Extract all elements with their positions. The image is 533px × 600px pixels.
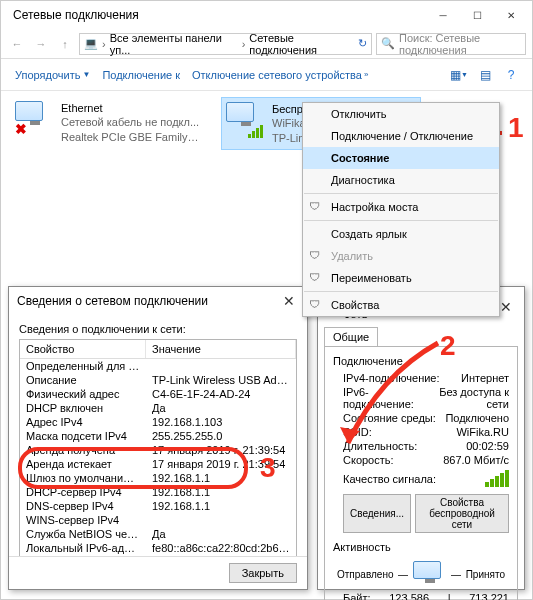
connect-to-button[interactable]: Подключение к xyxy=(98,67,184,83)
minimize-button[interactable]: ─ xyxy=(426,4,460,26)
ctx-bridge[interactable]: 🛡Настройка моста xyxy=(303,196,499,218)
table-row[interactable]: Маска подсети IPv4255.255.255.0 xyxy=(20,429,296,443)
signal-bars-icon xyxy=(485,470,509,487)
close-button[interactable]: ✕ xyxy=(494,4,528,26)
ctx-properties[interactable]: 🛡Свойства xyxy=(303,294,499,316)
forward-button[interactable]: → xyxy=(31,34,51,54)
breadcrumb[interactable]: 💻 › Все элементы панели уп... › Сетевые … xyxy=(79,33,372,55)
search-input[interactable]: 🔍 Поиск: Сетевые подключения xyxy=(376,33,526,55)
details-label: Сведения о подключении к сети: xyxy=(19,323,297,335)
breadcrumb-item[interactable]: Все элементы панели уп... xyxy=(110,32,238,56)
table-row[interactable]: DNS-сервер IPv4192.168.1.1 xyxy=(20,499,296,513)
organize-button[interactable]: Упорядочить▼ xyxy=(11,67,94,83)
table-row[interactable]: Адрес IPv4192.168.1.103 xyxy=(20,415,296,429)
details-dialog: Сведения о сетевом подключении ✕ Сведени… xyxy=(8,286,308,590)
bridge-icon: 🛡 xyxy=(309,200,323,214)
close-button[interactable]: Закрыть xyxy=(229,563,297,583)
ctx-connect-disconnect[interactable]: Подключение / Отключение xyxy=(303,125,499,147)
wifi-icon xyxy=(226,102,266,138)
help-button[interactable]: ? xyxy=(500,64,522,86)
table-row[interactable]: Физический адресC4-6E-1F-24-AD-24 xyxy=(20,387,296,401)
breadcrumb-item[interactable]: Сетевые подключения xyxy=(249,32,358,56)
table-row[interactable]: Служба NetBIOS чере...Да xyxy=(20,527,296,541)
wifi-properties-button[interactable]: Свойства беспроводной сети xyxy=(415,494,509,533)
ctx-diagnostics[interactable]: Диагностика xyxy=(303,169,499,191)
ethernet-connection[interactable]: ✖ Ethernet Сетевой кабель не подкл... Re… xyxy=(11,97,211,150)
ethernet-icon: ✖ xyxy=(15,101,55,137)
annotation-arrow xyxy=(330,335,460,465)
nav-bar: ← → ↑ 💻 › Все элементы панели уп... › Се… xyxy=(1,29,532,59)
group-activity: Активность xyxy=(333,541,509,553)
ctx-disable[interactable]: Отключить xyxy=(303,103,499,125)
shield-icon: 🛡 xyxy=(309,271,323,285)
table-row[interactable]: Локальный IPv6-адрес...fe80::a86c:ca22:8… xyxy=(20,541,296,555)
activity-icon xyxy=(413,561,447,587)
ctx-delete[interactable]: 🛡Удалить xyxy=(303,245,499,267)
toolbar: Упорядочить▼ Подключение к Отключение се… xyxy=(1,59,532,91)
back-button[interactable]: ← xyxy=(7,34,27,54)
view-icons-button[interactable]: ▦▼ xyxy=(448,64,470,86)
ctx-rename[interactable]: 🛡Переименовать xyxy=(303,267,499,289)
column-property[interactable]: Свойство xyxy=(20,340,146,358)
window-title: Сетевые подключения xyxy=(5,8,426,22)
table-row[interactable]: DHCP включенДа xyxy=(20,401,296,415)
annotation-number-1: 1 xyxy=(508,112,524,144)
maximize-button[interactable]: ☐ xyxy=(460,4,494,26)
column-value[interactable]: Значение xyxy=(146,340,296,358)
search-icon: 🔍 xyxy=(381,37,395,50)
context-menu: Отключить Подключение / Отключение Состо… xyxy=(302,102,500,317)
disable-device-button[interactable]: Отключение сетевого устройства» xyxy=(188,67,372,83)
annotation-circle xyxy=(18,447,248,489)
table-row[interactable]: ОписаниеTP-Link Wireless USB Adapter xyxy=(20,373,296,387)
annotation-number-3: 3 xyxy=(260,452,276,484)
table-row[interactable]: WINS-сервер IPv4 xyxy=(20,513,296,527)
titlebar: Сетевые подключения ─ ☐ ✕ xyxy=(1,1,532,29)
details-button[interactable]: Сведения... xyxy=(343,494,411,533)
shield-icon: 🛡 xyxy=(309,298,323,312)
close-icon[interactable]: ✕ xyxy=(279,293,299,309)
network-icon: 💻 xyxy=(84,37,98,50)
view-list-button[interactable]: ▤ xyxy=(474,64,496,86)
refresh-icon[interactable]: ↻ xyxy=(358,37,367,50)
ctx-status[interactable]: Состояние xyxy=(303,147,499,169)
ctx-shortcut[interactable]: Создать ярлык xyxy=(303,223,499,245)
up-button[interactable]: ↑ xyxy=(55,34,75,54)
table-row[interactable]: Определенный для по... xyxy=(20,359,296,373)
dialog-title: Сведения о сетевом подключении xyxy=(17,294,279,308)
shield-icon: 🛡 xyxy=(309,249,323,263)
